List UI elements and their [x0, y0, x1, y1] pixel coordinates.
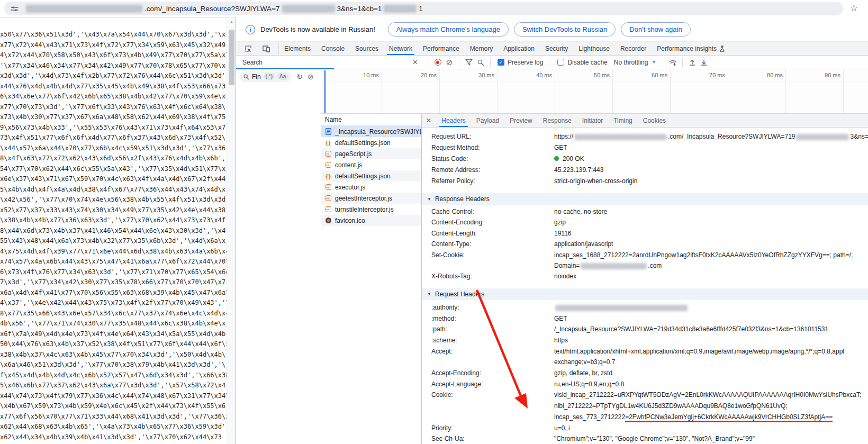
- header-value-line: Domain=.com: [554, 260, 868, 271]
- value-text: .com: [648, 262, 662, 269]
- value-text: gzip: [554, 219, 566, 226]
- code-line: 4\x72\x44\x70\x58\x50\x43\x6f\x73\x4b\x4…: [0, 50, 227, 61]
- header-row: Sec-Ch-Ua:"Chromium";v="130", "Google Ch…: [422, 433, 868, 444]
- inspect-element-icon[interactable]: [242, 43, 254, 54]
- code-line: 4\x37','\x4e\x42\x44\x43\x75\x73\x4f\x2f…: [0, 298, 227, 309]
- code-line: \x4b\x67\x59\x73\x4b\x59\x4e\x6c\x45\x2f…: [0, 401, 227, 412]
- tab-lighthouse[interactable]: Lighthouse: [573, 42, 615, 55]
- notification-button[interactable]: Don't show again: [621, 22, 690, 37]
- code-line: x44\x74\x73\x4f\x79\x77\x36\x4c\x44\x74\…: [0, 391, 227, 402]
- code-line: x6a\x4d\x4f\x41\x77\x70\x56\x55\x63\x68\…: [0, 288, 227, 298]
- notification-button[interactable]: Switch DevTools to Russian: [514, 22, 616, 37]
- code-line: 54\x77\x70\x62\x44\x6c\x55\x5a\x43','\x7…: [0, 164, 227, 175]
- tab-sources[interactable]: Sources: [350, 42, 384, 55]
- script-icon: [325, 206, 332, 213]
- tab-memory[interactable]: Memory: [465, 42, 498, 55]
- tab-recorder[interactable]: Recorder: [615, 42, 652, 55]
- detail-tab-payload[interactable]: Payload: [471, 114, 504, 127]
- request-row[interactable]: content.js: [321, 159, 421, 170]
- network-overview-timeline[interactable]: 10 ms20 ms30 ms40 ms50 ms60 ms70 ms80 ms…: [321, 69, 868, 114]
- request-row[interactable]: favicon.ico: [321, 215, 421, 226]
- flask-icon: [719, 46, 725, 52]
- header-row: :scheme:https: [422, 335, 868, 346]
- code-line: 5\x46\x6b\x77\x37\x62\x43\x6a\x77\x3d\x3…: [0, 380, 227, 391]
- request-row[interactable]: geetestInterceptor.js: [321, 193, 421, 204]
- bookmark-star-icon[interactable]: ☆: [850, 3, 858, 14]
- network-conditions-icon[interactable]: [667, 57, 679, 68]
- throttling-dropdown[interactable]: No throttling ▼: [614, 59, 656, 66]
- scroll-up-arrow-icon[interactable]: ▲: [227, 20, 236, 24]
- request-row[interactable]: {}defaultSettings.json: [321, 170, 421, 182]
- tab-network[interactable]: Network: [384, 42, 418, 55]
- header-value: gzip, deflate, br, zstd: [554, 368, 868, 379]
- redacted-url-segment-2: [384, 5, 417, 13]
- request-name: _Incapsula_Resource?SWJIYLWA=...: [335, 128, 421, 135]
- value-text: incap_ses_1688_2712222=2anrdUhPngow1ag2l…: [554, 251, 853, 259]
- header-row: Referrer Policy:strict-origin-when-cross…: [422, 176, 868, 187]
- response-headers-section-bar[interactable]: ▼ Response Headers: [422, 193, 868, 205]
- request-name: turnstileInterceptor.js: [335, 206, 394, 213]
- scrollbar-thumb[interactable]: [229, 30, 234, 85]
- refresh-search-icon[interactable]: ↻: [296, 73, 303, 81]
- header-value-line: /_Incapsula_Resource?SWJIYLWA=719d34d31c…: [554, 324, 868, 335]
- search-query-input[interactable]: Fin (.*) Aa: [239, 71, 292, 82]
- import-har-icon[interactable]: [686, 57, 698, 68]
- url-omnibox[interactable]: .com/_Incapsula_Resource?SWJIYLWA=7 3&ns…: [4, 2, 843, 15]
- detail-tab-cookies[interactable]: Cookies: [638, 114, 671, 127]
- regex-toggle[interactable]: (.*): [264, 73, 275, 80]
- detail-tab-response[interactable]: Response: [538, 114, 577, 127]
- match-case-toggle[interactable]: Aa: [277, 73, 288, 80]
- request-row[interactable]: pageScript.js: [321, 148, 421, 159]
- disable-cache-toggle[interactable]: Disable cache: [557, 59, 607, 66]
- preserve-log-checkbox[interactable]: ✓: [498, 59, 504, 66]
- timeline-gridline: [439, 69, 440, 113]
- export-har-icon[interactable]: [698, 57, 710, 68]
- detail-tab-timing[interactable]: Timing: [608, 114, 638, 127]
- filter-icon[interactable]: [463, 57, 475, 68]
- device-toolbar-icon[interactable]: [260, 43, 272, 54]
- code-line: 6\x73\x4f\x76\x77\x34\x63\x3d','\x77\x71…: [0, 267, 227, 278]
- request-row[interactable]: turnstileInterceptor.js: [321, 204, 421, 215]
- record-network-log-icon[interactable]: [432, 57, 444, 68]
- detail-tab-headers[interactable]: Headers: [436, 114, 471, 127]
- header-name: Set-Cookie:: [422, 250, 554, 271]
- header-value-line: gzip: [554, 217, 868, 228]
- notification-button[interactable]: Always match Chrome's language: [388, 22, 509, 37]
- site-settings-icon[interactable]: [11, 5, 19, 13]
- header-name: Accept-Language:: [422, 379, 554, 390]
- clear-network-log-icon[interactable]: ⊘: [444, 57, 455, 68]
- tab-application[interactable]: Application: [498, 42, 540, 55]
- tab-performance-insights[interactable]: Performance insights: [652, 42, 730, 55]
- request-row[interactable]: {}defaultSettings.json: [321, 137, 421, 148]
- search-drawer-header: Search ×: [236, 56, 424, 69]
- domcontentloaded-event-line: [324, 70, 326, 113]
- devtools-main-tabbar: ElementsConsoleSourcesNetworkPerformance…: [236, 42, 868, 56]
- detail-tab-preview[interactable]: Preview: [504, 114, 538, 127]
- request-row[interactable]: _Incapsula_Resource?SWJIYLWA=...: [321, 126, 421, 137]
- detail-tab-initiator[interactable]: Initiator: [577, 114, 608, 127]
- disable-cache-checkbox[interactable]: [557, 59, 564, 66]
- main-tab-label: Sources: [355, 45, 378, 52]
- header-value-line: 200 OK: [554, 153, 868, 165]
- tab-security[interactable]: Security: [540, 42, 573, 55]
- clear-search-icon[interactable]: ⊘: [308, 73, 314, 81]
- tab-performance[interactable]: Performance: [418, 42, 465, 55]
- header-row: :authority:: [422, 302, 868, 313]
- code-line: 4\x75\x4d\x4f\x39\x77\x71\x6e\x44\x6d\x3…: [0, 247, 227, 257]
- requests-name-column-header[interactable]: Name: [321, 114, 421, 126]
- header-name: :path:: [422, 324, 554, 335]
- tab-elements[interactable]: Elements: [279, 42, 316, 55]
- close-details-icon[interactable]: ×: [426, 116, 431, 125]
- header-name: Accept-Encoding:: [422, 368, 554, 379]
- page-scrollbar[interactable]: ▲: [227, 18, 236, 444]
- url-text-mid: 3&ns=1&cb=1: [337, 5, 382, 13]
- search-icon[interactable]: [475, 57, 486, 68]
- request-headers-section-bar[interactable]: ▼ Request Headers: [422, 288, 868, 300]
- close-search-icon[interactable]: ×: [413, 58, 418, 67]
- request-row[interactable]: executor.js: [321, 182, 421, 193]
- preserve-log-toggle[interactable]: ✓ Preserve log: [498, 59, 543, 66]
- header-row: Status Code:200 OK: [422, 153, 868, 165]
- timeline-gridline: [382, 69, 382, 113]
- request-name: executor.js: [335, 184, 365, 191]
- tab-console[interactable]: Console: [316, 42, 350, 55]
